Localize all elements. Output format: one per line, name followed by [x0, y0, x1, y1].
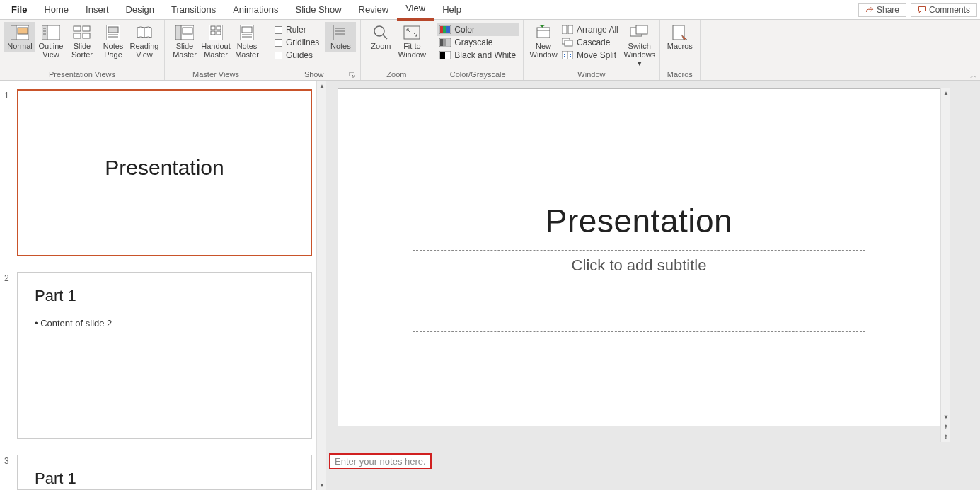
workspace: 1 Presentation 2 Part 1 • Content of sli… [0, 81, 980, 490]
color-icon [439, 25, 451, 35]
slide-master-icon [175, 25, 195, 40]
tab-design[interactable]: Design [117, 0, 163, 20]
thumb1-title: Presentation [35, 156, 294, 180]
arrange-all-button[interactable]: Arrange All [559, 23, 621, 36]
fit-to-window-icon [402, 25, 422, 40]
normal-view-button[interactable]: Normal [4, 22, 35, 52]
tab-slideshow[interactable]: Slide Show [287, 0, 350, 20]
group-zoom: Zoom Fit to Window Zoom [361, 20, 432, 80]
notes-page-button[interactable]: Notes Page [98, 22, 129, 60]
next-slide-icon[interactable]: ⇟ [941, 432, 951, 442]
tab-home[interactable]: Home [35, 0, 77, 20]
tab-animations[interactable]: Animations [224, 0, 287, 20]
tab-insert[interactable]: Insert [77, 0, 117, 20]
comments-button[interactable]: Comments [911, 3, 977, 17]
checkbox-icon [275, 39, 282, 47]
svg-rect-10 [74, 33, 81, 38]
ruler-checkbox[interactable]: Ruler [272, 23, 322, 36]
svg-rect-8 [74, 26, 81, 31]
master-views-label: Master Views [169, 69, 263, 79]
chevron-down-icon: ▾ [638, 59, 642, 67]
scroll-down-icon[interactable]: ▼ [941, 412, 951, 422]
checkbox-icon [275, 26, 282, 34]
slide-thumbnail-3[interactable]: Part 1 [17, 455, 312, 490]
group-master-views: Slide Master Handout Master Notes Master… [165, 20, 267, 80]
notes-button[interactable]: Notes [325, 22, 356, 52]
tab-transitions[interactable]: Transitions [163, 0, 224, 20]
outline-label: Outline View [39, 42, 64, 59]
share-icon [865, 6, 874, 14]
svg-line-34 [383, 35, 387, 39]
ribbon: Normal Outline View Slide Sorter Notes P… [0, 20, 980, 81]
editor-scrollbar[interactable]: ▲ ▼ ⇞ ⇟ [940, 88, 950, 442]
notes-master-button[interactable]: Notes Master [231, 22, 263, 60]
macros-button[interactable]: Macros [664, 22, 696, 52]
switch-windows-icon [630, 25, 650, 40]
slide-thumbnail-1[interactable]: Presentation [17, 89, 312, 256]
thumbnails-scrollbar[interactable]: ▲ ▼ [316, 81, 326, 490]
slide-title[interactable]: Presentation [546, 202, 732, 240]
slide-subtitle-placeholder[interactable]: Click to add subtitle [413, 250, 865, 332]
notespage-label: Notes Page [103, 42, 124, 59]
slide-sorter-button[interactable]: Slide Sorter [67, 22, 98, 60]
slide-canvas[interactable]: Presentation Click to add subtitle [338, 88, 940, 426]
normal-view-icon [10, 25, 30, 40]
svg-rect-11 [83, 33, 90, 38]
gridlines-checkbox[interactable]: Gridlines [272, 36, 322, 49]
slide-thumbnail-2[interactable]: Part 1 • Content of slide 2 [17, 272, 312, 439]
fit-to-window-button[interactable]: Fit to Window [396, 22, 427, 60]
cascade-button[interactable]: Cascade [559, 36, 621, 49]
reading-view-button[interactable]: Reading View [129, 22, 160, 60]
tab-review[interactable]: Review [350, 0, 398, 20]
group-show: Ruler Gridlines Guides Notes Show [267, 20, 361, 80]
notes-input[interactable]: Enter your notes here. [329, 453, 432, 469]
notes-icon [330, 25, 350, 40]
window-group-label: Window [528, 69, 655, 79]
dialog-launcher-icon[interactable] [349, 72, 356, 79]
svg-text:✦: ✦ [539, 25, 545, 30]
zoom-group-label: Zoom [365, 69, 427, 79]
svg-rect-13 [108, 27, 118, 33]
black-white-button[interactable]: Black and White [437, 49, 519, 62]
scroll-down-icon[interactable]: ▼ [317, 480, 327, 490]
collapse-ribbon-icon[interactable]: ︿ [970, 71, 977, 81]
svg-rect-18 [175, 25, 181, 40]
previous-slide-icon[interactable]: ⇞ [941, 422, 951, 432]
normal-label: Normal [7, 42, 32, 50]
tab-file[interactable]: File [3, 0, 35, 20]
switch-windows-button[interactable]: Switch Windows ▾ [624, 22, 655, 69]
tab-help[interactable]: Help [434, 0, 470, 20]
scroll-up-icon[interactable]: ▲ [941, 88, 951, 98]
zoom-label: Zoom [371, 42, 391, 50]
share-label: Share [877, 5, 899, 15]
svg-rect-41 [440, 39, 443, 46]
fit-label: Fit to Window [398, 42, 426, 59]
handout-master-button[interactable]: Handout Master [200, 22, 231, 60]
notes-label: Notes [330, 42, 351, 50]
notes-master-label: Notes Master [235, 42, 259, 59]
share-button[interactable]: Share [858, 3, 906, 17]
color-button[interactable]: Color [437, 23, 519, 36]
new-window-button[interactable]: ✦ New Window [528, 22, 559, 60]
outline-view-icon [41, 25, 61, 40]
move-split-label: Move Split [577, 50, 616, 60]
scroll-up-icon[interactable]: ▲ [317, 81, 327, 91]
zoom-button[interactable]: Zoom [365, 22, 396, 52]
thumb-number-2: 2 [4, 272, 17, 283]
svg-rect-26 [242, 27, 252, 33]
comments-icon [918, 6, 926, 14]
grayscale-button[interactable]: Grayscale [437, 36, 519, 49]
cascade-icon [562, 38, 573, 47]
color-label: Color [454, 25, 475, 35]
guides-checkbox[interactable]: Guides [272, 49, 322, 62]
comments-label: Comments [929, 5, 970, 15]
new-window-label: New Window [530, 42, 558, 59]
tab-view[interactable]: View [397, 0, 434, 21]
outline-view-button[interactable]: Outline View [35, 22, 67, 60]
slide-master-button[interactable]: Slide Master [169, 22, 200, 60]
cascade-label: Cascade [577, 38, 610, 47]
slide-thumbnails-panel: 1 Presentation 2 Part 1 • Content of sli… [0, 81, 326, 490]
show-group-label: Show [272, 69, 356, 79]
svg-rect-43 [446, 39, 450, 46]
move-split-button[interactable]: Move Split [559, 49, 621, 62]
